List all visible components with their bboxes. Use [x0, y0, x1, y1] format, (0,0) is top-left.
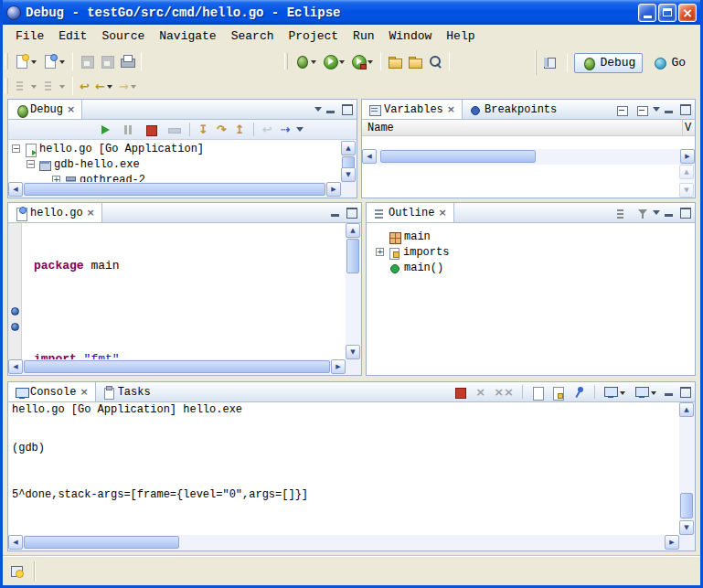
- outline-item-main-func[interactable]: main(): [376, 260, 695, 275]
- scroll-thumb[interactable]: [680, 493, 693, 519]
- terminate-button[interactable]: [141, 120, 161, 140]
- toolbar-grip[interactable]: [5, 53, 8, 69]
- editor-vertical-scrollbar[interactable]: ▲ ▼: [346, 223, 361, 359]
- new-file-button[interactable]: [40, 51, 69, 71]
- console-minimize-button[interactable]: [663, 386, 676, 398]
- variables-view-menu-icon[interactable]: [653, 107, 660, 115]
- console-horizontal-scrollbar[interactable]: ◀ ▶: [8, 535, 679, 551]
- new-wizard-button[interactable]: [12, 51, 40, 71]
- menu-help[interactable]: Help: [439, 27, 482, 45]
- debug-minimize-button[interactable]: [325, 103, 337, 115]
- expand-expander-icon[interactable]: +: [52, 176, 60, 182]
- tab-console-close-icon[interactable]: ×: [80, 386, 88, 398]
- previous-annotation-button[interactable]: [40, 76, 69, 96]
- step-over-button[interactable]: ↷: [214, 120, 229, 139]
- print-button[interactable]: [117, 51, 137, 71]
- scroll-right-button[interactable]: ▶: [331, 359, 346, 374]
- menu-edit[interactable]: Edit: [51, 27, 94, 45]
- tab-variables-close-icon[interactable]: ×: [447, 103, 455, 115]
- collapse-expander-icon[interactable]: −: [27, 160, 35, 168]
- perspective-debug-button[interactable]: Debug: [574, 53, 643, 73]
- variables-table[interactable]: [362, 136, 695, 149]
- open-type-button[interactable]: [385, 51, 405, 71]
- open-perspective-button[interactable]: [540, 53, 560, 73]
- debug-view-menu-icon[interactable]: [314, 107, 322, 115]
- perspective-go-button[interactable]: Go: [645, 53, 693, 73]
- menu-project[interactable]: Project: [281, 27, 346, 45]
- suspend-button[interactable]: [118, 120, 138, 140]
- outline-minimize-button[interactable]: [663, 207, 676, 219]
- clear-console-button[interactable]: [528, 383, 546, 401]
- disconnect-button[interactable]: [164, 120, 184, 140]
- tab-debug-close-icon[interactable]: ×: [67, 103, 75, 115]
- scroll-up-button[interactable]: ▲: [679, 165, 694, 179]
- expand-expander-icon[interactable]: +: [376, 248, 384, 256]
- scroll-left-button[interactable]: ◀: [8, 182, 23, 197]
- terminate-console-button[interactable]: [450, 382, 470, 402]
- back-button[interactable]: ←: [92, 77, 116, 96]
- scroll-thumb[interactable]: [24, 360, 330, 373]
- tab-outline[interactable]: Outline ×: [367, 203, 454, 222]
- tab-hello-go[interactable]: hello.go ×: [8, 203, 102, 222]
- fast-view-button[interactable]: [8, 562, 27, 581]
- variables-detail-pane[interactable]: [362, 165, 679, 198]
- editor-minimize-button[interactable]: [329, 207, 342, 219]
- scroll-down-button[interactable]: ▼: [341, 167, 356, 182]
- tab-outline-close-icon[interactable]: ×: [438, 207, 446, 219]
- remove-launch-button[interactable]: ×: [473, 382, 488, 401]
- save-button[interactable]: [77, 51, 97, 71]
- run-button[interactable]: [320, 51, 348, 71]
- menu-run[interactable]: Run: [346, 27, 381, 45]
- scroll-right-button[interactable]: ▶: [326, 182, 341, 197]
- editor-horizontal-scrollbar[interactable]: ◀ ▶: [8, 359, 346, 375]
- debug-horizontal-scrollbar[interactable]: ◀ ▶: [8, 182, 341, 198]
- toolbar-grip[interactable]: [5, 78, 8, 94]
- resume-button[interactable]: [95, 120, 115, 140]
- search-button[interactable]: [425, 51, 445, 71]
- collapse-all-button[interactable]: [633, 101, 650, 119]
- title-bar[interactable]: Debug - testGo/src/cmd/hello.go - Eclips…: [3, 0, 700, 25]
- sort-button[interactable]: [612, 204, 630, 222]
- console-output[interactable]: (gdb) 5^done,stack-args=[frame={level="0…: [8, 418, 679, 535]
- step-return-button[interactable]: ↥: [232, 120, 248, 139]
- variables-horizontal-scrollbar[interactable]: ◀ ▶: [362, 149, 695, 165]
- debug-button[interactable]: [292, 51, 320, 71]
- maximize-window-button[interactable]: [658, 4, 676, 22]
- tab-breakpoints[interactable]: Breakpoints: [463, 100, 563, 119]
- pin-console-button[interactable]: [569, 382, 589, 402]
- tree-row[interactable]: − hello.go [Go Application]: [8, 141, 341, 156]
- variables-maximize-button[interactable]: [678, 103, 691, 115]
- open-resource-button[interactable]: [405, 51, 425, 71]
- menu-search[interactable]: Search: [224, 27, 282, 45]
- column-name[interactable]: Name: [362, 120, 683, 135]
- next-annotation-button[interactable]: [12, 76, 40, 96]
- breakpoint-icon[interactable]: [11, 323, 19, 331]
- open-console-button[interactable]: [632, 382, 660, 402]
- drop-to-frame-button[interactable]: ↩: [260, 120, 275, 139]
- debug-maximize-button[interactable]: [340, 103, 353, 115]
- menu-file[interactable]: File: [8, 27, 51, 45]
- console-maximize-button[interactable]: [678, 386, 691, 398]
- scroll-right-button[interactable]: ▶: [665, 535, 679, 550]
- scroll-left-button[interactable]: ◀: [8, 535, 23, 550]
- outline-view-menu-icon[interactable]: [653, 210, 660, 219]
- scroll-up-button[interactable]: ▲: [346, 223, 360, 238]
- tree-row[interactable]: − gdb-hello.exe: [8, 156, 341, 172]
- tab-debug[interactable]: Debug ×: [8, 100, 82, 119]
- minimize-window-button[interactable]: [638, 4, 656, 22]
- close-window-button[interactable]: ×: [678, 4, 697, 22]
- step-into-button[interactable]: ↧: [196, 120, 211, 139]
- editor-gutter[interactable]: [8, 223, 22, 359]
- menu-window[interactable]: Window: [382, 27, 440, 45]
- use-step-filters-button[interactable]: ⇢: [278, 120, 293, 139]
- scroll-thumb[interactable]: [346, 239, 359, 273]
- editor-maximize-button[interactable]: [345, 207, 357, 219]
- scroll-down-button[interactable]: ▼: [679, 183, 694, 198]
- outline-maximize-button[interactable]: [678, 207, 691, 219]
- scroll-up-button[interactable]: ▲: [341, 141, 356, 155]
- scroll-down-button[interactable]: ▼: [346, 345, 360, 359]
- toolbar-grip[interactable]: [284, 53, 288, 69]
- scroll-thumb[interactable]: [380, 150, 536, 163]
- debug-tree[interactable]: − hello.go [Go Application] − gdb-hello.…: [8, 141, 341, 182]
- scroll-lock-button[interactable]: [549, 383, 566, 401]
